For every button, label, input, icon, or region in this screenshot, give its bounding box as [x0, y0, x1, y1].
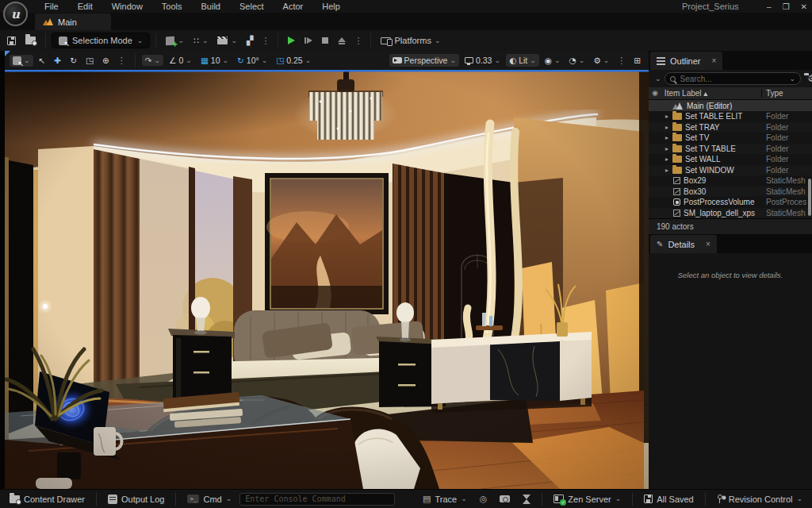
maximize-button[interactable]: ❐	[783, 2, 790, 11]
add-actor-button[interactable]: ⌄	[162, 34, 188, 48]
chevron-down-icon: ⌄	[262, 57, 268, 64]
viewport-tools-overflow[interactable]: ⋮	[115, 56, 128, 66]
visibility-column-icon[interactable]: ◉	[652, 90, 658, 97]
search-input[interactable]	[679, 74, 787, 84]
outliner-root-row[interactable]: Main (Editor)	[649, 100, 812, 111]
root-label: Main (Editor)	[687, 102, 732, 110]
stop-button[interactable]	[318, 35, 332, 46]
expand-arrow-icon[interactable]: ▸	[663, 134, 671, 141]
platforms-button[interactable]: Platforms ⌄	[377, 33, 444, 48]
details-empty-message: Select an object to view details.	[649, 271, 812, 279]
source-control-save-button[interactable]: All Saved	[639, 492, 698, 506]
chevron-down-icon: ⌄	[24, 57, 30, 64]
filter-chevron-icon[interactable]: ⌄	[655, 75, 661, 83]
performance-dropdown[interactable]: ◔⌄	[566, 55, 588, 67]
expand-arrow-icon[interactable]: ▸	[663, 145, 671, 152]
outliner-row[interactable]: ▸Set WINDOWFolder	[649, 165, 812, 176]
frame-skip-button[interactable]	[301, 35, 316, 46]
selection-mode-icon	[59, 37, 67, 45]
tab-main[interactable]: Main	[35, 13, 111, 30]
row-label: Box30	[684, 187, 766, 196]
outliner-row[interactable]: ▸Set TVFolder	[649, 133, 812, 144]
grid-snap-button[interactable]: ▦10⌄	[197, 54, 232, 67]
viewport-settings-dropdown[interactable]: ⚙⌄	[590, 55, 612, 67]
expand-arrow-icon[interactable]: ▸	[663, 167, 671, 174]
main-toolbar: Selection Mode ⌄ ⌄ ∷⌄ ⌄ ▞ ⋮ ⋮ Platforms …	[0, 30, 812, 51]
play-options-menu[interactable]: ⋮	[351, 36, 365, 46]
outliner-row[interactable]: Box30StaticMesh	[649, 187, 812, 198]
save-button[interactable]	[3, 34, 20, 48]
outliner-row[interactable]: ▸Set TABLE ELITFolder	[649, 111, 812, 122]
world-space-toggle[interactable]: ⊕	[99, 55, 113, 67]
expand-arrow-icon[interactable]: ▸	[663, 124, 671, 131]
zen-server-dropdown[interactable]: Zen Server⌄	[549, 492, 626, 506]
console-command-input[interactable]	[239, 493, 395, 506]
blueprints-button[interactable]: ∷⌄	[190, 34, 213, 48]
viewport-3d[interactable]	[5, 70, 649, 489]
monitor-icon	[465, 57, 473, 64]
launch-button[interactable]	[334, 35, 350, 47]
chevron-down-icon: ⌄	[231, 37, 237, 44]
insights-button[interactable]: ◎	[475, 492, 492, 506]
show-flags-dropdown[interactable]: ◉⌄	[542, 55, 564, 67]
cinematics-button[interactable]: ⌄	[213, 34, 241, 47]
close-icon[interactable]: ×	[706, 240, 710, 248]
launch-icon	[338, 37, 346, 44]
tab-outliner[interactable]: Outliner ×	[650, 52, 722, 70]
toolbar-overflow-menu[interactable]: ⋮	[259, 36, 272, 46]
view-mode-dropdown[interactable]: ◐Lit⌄	[506, 54, 539, 67]
menu-edit[interactable]: Edit	[68, 1, 102, 12]
revision-control-dropdown[interactable]: Revision Control⌄	[712, 492, 807, 506]
quad-layout-button[interactable]: ⊞	[630, 55, 644, 67]
outliner-row[interactable]: Box29StaticMesh	[649, 175, 812, 187]
screenshot-button[interactable]	[495, 493, 515, 505]
row-type: StaticMesh	[766, 176, 812, 185]
trace-dropdown[interactable]: ▤Trace⌄	[418, 492, 472, 506]
content-drawer-button[interactable]: Content Drawer	[5, 492, 90, 506]
menu-build[interactable]: Build	[192, 1, 230, 12]
transform-tools-dropdown[interactable]: ⌄	[10, 55, 33, 67]
landscape-button[interactable]: ▞	[243, 34, 257, 48]
play-button[interactable]	[284, 34, 299, 47]
snap-angle-button[interactable]: ∠0⌄	[166, 54, 195, 67]
scale-snap-button[interactable]: ◳0.25⌄	[273, 54, 314, 67]
minimize-button[interactable]: –	[767, 2, 772, 11]
scale-tool-button[interactable]: ◳	[82, 55, 97, 67]
menu-actor[interactable]: Actor	[274, 1, 313, 12]
menu-tools[interactable]: Tools	[152, 1, 192, 12]
column-item-label[interactable]: Item Label ▴	[665, 89, 761, 98]
menu-window[interactable]: Window	[102, 1, 152, 12]
move-tool-button[interactable]: ✚	[51, 55, 64, 67]
row-label: SM_laptop_dell_xps	[684, 209, 766, 217]
rotation-snap-button[interactable]: ↻10°⌄	[234, 54, 270, 67]
outliner-row[interactable]: ▸Set TV TABLEFolder	[649, 144, 812, 155]
content-browser-button[interactable]	[21, 34, 40, 47]
outliner-row[interactable]: SM_laptop_dell_xpsStaticMesh	[649, 208, 812, 219]
unreal-logo-icon[interactable]: u	[3, 2, 28, 26]
perspective-dropdown[interactable]: Perspective⌄	[389, 54, 459, 67]
menu-help[interactable]: Help	[312, 1, 350, 12]
outliner-row[interactable]: PostProcessVolumePostProces	[649, 197, 812, 208]
editor-mode-select[interactable]: Selection Mode ⌄	[52, 33, 150, 48]
expand-arrow-icon[interactable]: ▸	[663, 113, 671, 120]
outliner-row[interactable]: ▸Set TRAYFolder	[649, 122, 812, 133]
rotate-tool-button[interactable]: ↻	[67, 55, 80, 67]
screen-percentage-dropdown[interactable]: 0.33⌄	[462, 54, 504, 67]
close-icon[interactable]: ×	[712, 56, 717, 65]
search-chevron-icon[interactable]: ⌄	[790, 75, 796, 83]
surface-snapping-button[interactable]: ↷⌄	[142, 55, 163, 67]
outliner-scrollbar[interactable]	[808, 179, 811, 216]
outliner-search[interactable]: ⌄	[665, 72, 802, 85]
viewport-overflow-menu[interactable]: ⋮	[615, 56, 628, 66]
output-log-button[interactable]: Output Log	[103, 492, 169, 506]
menu-select[interactable]: Select	[230, 1, 274, 12]
menu-file[interactable]: File	[35, 1, 68, 12]
expand-arrow-icon[interactable]: ▸	[663, 156, 671, 163]
cmd-dropdown[interactable]: >_Cmd⌄	[182, 492, 236, 506]
outliner-row[interactable]: ▸Set WALLFolder	[649, 154, 812, 165]
column-type[interactable]: Type	[761, 89, 809, 98]
select-tool-button[interactable]: ↖	[36, 55, 49, 67]
background-tasks-button[interactable]	[518, 492, 535, 506]
close-button[interactable]: ✕	[801, 2, 807, 11]
tab-details[interactable]: ✎ Details ×	[650, 235, 717, 253]
